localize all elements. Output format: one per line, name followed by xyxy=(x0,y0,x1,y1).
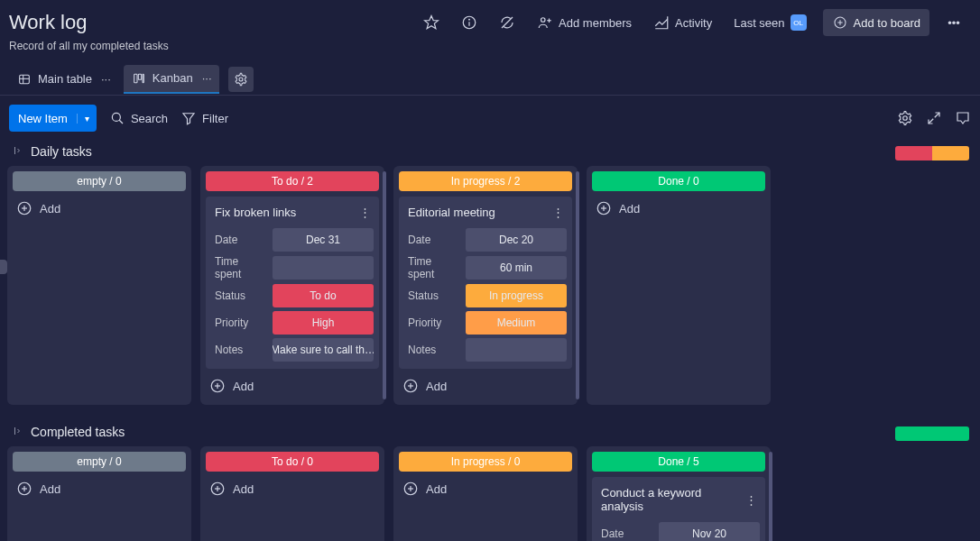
sync-button[interactable] xyxy=(494,11,521,34)
field-label: Notes xyxy=(408,344,458,356)
kanban-column: Done / 0Add xyxy=(587,166,771,405)
field-label: Date xyxy=(408,234,458,246)
add-card-label: Add xyxy=(426,482,447,496)
add-card-button[interactable]: Add xyxy=(13,472,186,502)
field-label: Priority xyxy=(408,316,458,329)
column-header[interactable]: Done / 5 xyxy=(592,452,765,472)
new-item-button[interactable]: New Item ▾ xyxy=(9,105,97,132)
view-main-table-menu[interactable]: ··· xyxy=(97,72,111,86)
field-label: Status xyxy=(408,289,458,302)
column-header[interactable]: empty / 0 xyxy=(13,452,186,472)
column-header[interactable]: In progress / 0 xyxy=(399,452,572,472)
column-header[interactable]: empty / 0 xyxy=(13,171,186,191)
kanban-card[interactable]: Editorial meeting ⋮ Date Dec 20 Time spe… xyxy=(399,197,572,369)
card-title[interactable]: Editorial meeting xyxy=(408,206,495,219)
view-kanban-menu[interactable]: ··· xyxy=(199,71,212,85)
plus-circle-icon xyxy=(209,378,226,394)
field-value[interactable]: In progress xyxy=(466,284,567,307)
kanban-column: Done / 5 Conduct a keyword analysis ⋮ Da… xyxy=(587,446,771,541)
kanban-column: To do / 2 Fix broken links ⋮ Date Dec 31… xyxy=(200,166,384,405)
star-button[interactable] xyxy=(418,11,445,34)
activity-button[interactable]: Activity xyxy=(648,11,717,34)
board-menu-button[interactable]: ••• xyxy=(940,11,967,34)
field-value[interactable]: Nov 20 xyxy=(659,522,760,541)
plus-circle-icon xyxy=(16,200,32,216)
gear-icon xyxy=(897,110,913,126)
svg-marker-0 xyxy=(425,16,439,29)
field-value[interactable]: To do xyxy=(273,284,374,307)
field-value[interactable]: Medium xyxy=(466,311,567,335)
kanban-column: empty / 0Add xyxy=(7,446,191,541)
add-card-label: Add xyxy=(40,482,60,496)
table-icon xyxy=(16,71,32,87)
scrollbar[interactable] xyxy=(383,171,386,399)
group-name[interactable]: Completed tasks xyxy=(31,425,125,439)
field-value[interactable]: 60 min xyxy=(466,256,567,280)
field-value[interactable] xyxy=(273,256,374,280)
kanban-card[interactable]: Fix broken links ⋮ Date Dec 31 Time spen… xyxy=(206,197,379,369)
scrollbar[interactable] xyxy=(576,171,579,399)
scrollbar[interactable] xyxy=(769,452,772,541)
add-to-board-button[interactable]: Add to board xyxy=(823,9,929,36)
expand-button[interactable] xyxy=(926,110,942,126)
plus-circle-icon xyxy=(832,14,848,31)
info-button[interactable] xyxy=(456,11,483,34)
card-title[interactable]: Fix broken links xyxy=(215,206,296,219)
view-settings-button[interactable] xyxy=(228,67,254,92)
card-title[interactable]: Conduct a keyword analysis xyxy=(601,486,744,513)
board-title[interactable]: Work log xyxy=(9,11,87,34)
column-header[interactable]: In progress / 2 xyxy=(399,171,572,191)
add-card-button[interactable]: Add xyxy=(206,369,379,399)
group-collapse[interactable] xyxy=(11,426,23,439)
kanban-settings-button[interactable] xyxy=(897,110,913,126)
field-value[interactable]: Make sure to call th… xyxy=(273,338,374,362)
last-seen[interactable]: Last seen OL xyxy=(728,11,811,34)
field-label: Date xyxy=(601,527,652,540)
add-card-button[interactable]: Add xyxy=(13,191,186,222)
svg-rect-14 xyxy=(134,74,136,82)
search-label: Search xyxy=(131,112,168,125)
add-card-button[interactable]: Add xyxy=(592,191,765,222)
svg-rect-15 xyxy=(138,74,141,79)
column-header[interactable]: To do / 0 xyxy=(206,452,379,472)
view-kanban[interactable]: Kanban ··· xyxy=(124,65,219,94)
search-button[interactable]: Search xyxy=(109,110,168,126)
avatar: OL xyxy=(790,14,807,31)
column-header[interactable]: To do / 2 xyxy=(206,171,379,191)
column-header[interactable]: Done / 0 xyxy=(592,171,765,191)
svg-point-18 xyxy=(112,113,120,121)
card-menu[interactable]: ⋮ xyxy=(357,206,372,219)
side-panel-toggle[interactable] xyxy=(0,260,7,274)
kanban-column: empty / 0Add xyxy=(7,166,191,405)
add-to-board-label: Add to board xyxy=(854,16,920,30)
group-collapse[interactable] xyxy=(11,145,23,159)
kanban-column: In progress / 0Add xyxy=(393,446,578,541)
plus-circle-icon xyxy=(402,378,419,394)
svg-point-21 xyxy=(903,116,908,121)
activity-icon xyxy=(653,14,670,31)
comments-button[interactable] xyxy=(955,110,971,126)
add-members-button[interactable]: Add members xyxy=(532,11,637,34)
field-value[interactable]: Dec 31 xyxy=(273,228,374,252)
field-label: Time spent xyxy=(215,255,265,280)
add-card-button[interactable]: Add xyxy=(399,472,572,502)
filter-button[interactable]: Filter xyxy=(180,110,228,126)
kanban-card[interactable]: Conduct a keyword analysis ⋮ Date Nov 20 xyxy=(592,477,765,541)
field-value[interactable] xyxy=(466,338,567,362)
add-card-button[interactable]: Add xyxy=(206,472,379,502)
field-value[interactable]: Dec 20 xyxy=(466,228,567,252)
kanban-column: In progress / 2 Editorial meeting ⋮ Date… xyxy=(393,166,578,405)
view-main-table[interactable]: Main table ··· xyxy=(9,66,118,93)
view-main-table-label: Main table xyxy=(38,72,92,86)
add-card-button[interactable]: Add xyxy=(399,369,572,399)
plus-circle-icon xyxy=(16,481,32,497)
group-summary-bar xyxy=(895,146,969,160)
svg-rect-11 xyxy=(20,75,30,83)
kanban-column: To do / 0Add xyxy=(200,446,384,541)
svg-marker-20 xyxy=(183,114,194,124)
new-item-dropdown[interactable]: ▾ xyxy=(77,114,97,124)
field-value[interactable]: High xyxy=(273,311,374,335)
card-menu[interactable]: ⋮ xyxy=(744,493,758,507)
group-name[interactable]: Daily tasks xyxy=(31,144,92,159)
card-menu[interactable]: ⋮ xyxy=(550,206,565,219)
